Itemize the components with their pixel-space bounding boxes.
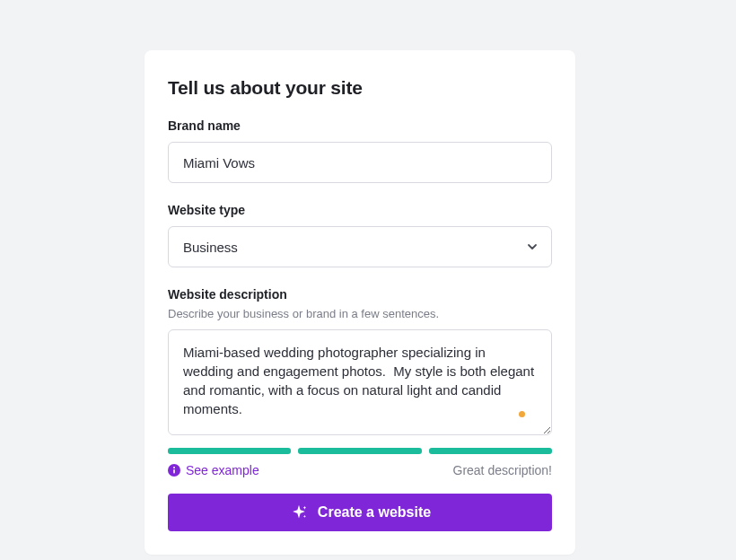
strength-meter [168, 448, 552, 454]
description-hint: Describe your business or brand in a few… [168, 307, 552, 320]
site-setup-card: Tell us about your site Brand name Websi… [145, 50, 575, 555]
svg-rect-1 [173, 469, 175, 474]
website-type-select-wrap: Business [168, 226, 552, 267]
feedback-row: See example Great description! [168, 463, 552, 477]
brand-name-group: Brand name [168, 118, 552, 183]
create-website-label: Create a website [318, 504, 431, 521]
see-example-text: See example [186, 463, 259, 477]
description-group: Website description Describe your busine… [168, 287, 552, 477]
strength-segment [429, 448, 552, 454]
website-type-select[interactable]: Business [168, 226, 552, 267]
description-status: Great description! [453, 463, 553, 477]
description-textarea[interactable]: Miami-based wedding photographer special… [168, 329, 552, 435]
strength-segment [168, 448, 291, 454]
info-icon [168, 464, 180, 477]
brand-name-input[interactable] [168, 142, 552, 183]
website-type-group: Website type Business [168, 203, 552, 267]
website-type-label: Website type [168, 203, 552, 217]
brand-name-label: Brand name [168, 118, 552, 133]
create-website-button[interactable]: Create a website [168, 494, 552, 531]
description-textarea-wrap: Miami-based wedding photographer special… [168, 329, 552, 439]
page-title: Tell us about your site [168, 77, 552, 99]
sparkle-icon [289, 503, 309, 522]
description-label: Website description [168, 287, 552, 302]
status-dot-icon [519, 411, 525, 417]
see-example-link[interactable]: See example [168, 463, 259, 477]
svg-point-2 [173, 467, 175, 468]
strength-segment [298, 448, 421, 454]
